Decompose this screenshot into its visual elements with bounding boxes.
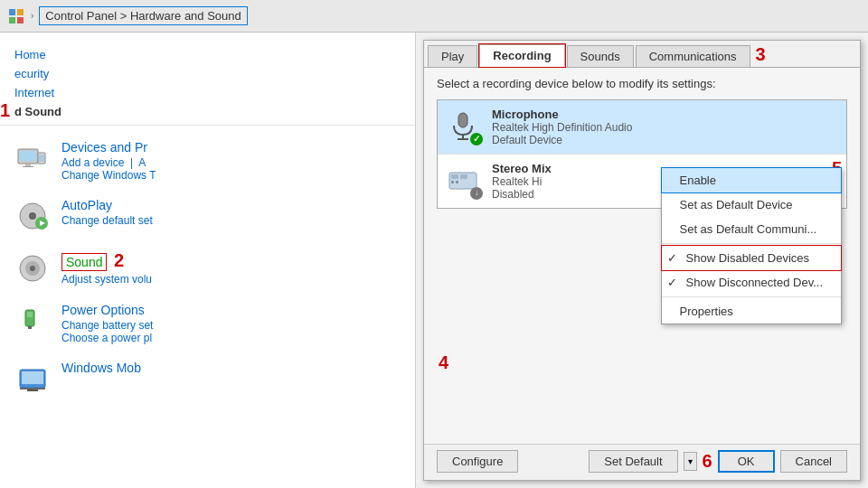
microphone-status: Default Device — [492, 134, 837, 146]
annotation-1: 1 — [0, 100, 10, 121]
tab-communications[interactable]: Communications — [636, 45, 750, 67]
top-bar: › Control Panel > Hardware and Sound — [0, 0, 868, 33]
main-layout: 1 Home ecurity Internet d Sound — [0, 33, 868, 488]
devices-links[interactable]: Add a device | A Change Windows T — [61, 156, 156, 182]
devices-title[interactable]: Devices and Pr — [61, 140, 156, 155]
microphone-info: Microphone Realtek High Definition Audio… — [492, 108, 837, 146]
microphone-icon: ✓ — [447, 109, 483, 145]
microphone-sub: Realtek High Definition Audio — [492, 121, 837, 134]
sidebar-item-internet[interactable]: Internet — [14, 83, 401, 102]
context-menu-set-default-comm[interactable]: Set as Default Communi... — [662, 217, 842, 241]
footer-left: Configure — [437, 450, 518, 473]
nav-section: Home ecurity Internet d Sound — [0, 42, 415, 126]
windows-text: Windows Mob — [61, 361, 141, 375]
power-title[interactable]: Power Options — [61, 303, 153, 317]
autoplay-links[interactable]: Change default set — [61, 214, 153, 227]
stereomix-icon: ↓ — [447, 164, 483, 200]
control-item-power: Power Options Change battery set Choose … — [14, 303, 401, 344]
svg-rect-0 — [9, 9, 15, 15]
svg-rect-6 — [25, 164, 31, 166]
tab-recording[interactable]: Recording — [479, 44, 564, 67]
sound-text: Sound 2 Adjust system volu — [61, 250, 152, 286]
control-panel-icon — [7, 7, 25, 25]
annotation-2: 2 — [114, 250, 124, 270]
svg-rect-7 — [23, 166, 33, 167]
context-menu-sep1 — [662, 243, 842, 244]
svg-rect-30 — [451, 181, 454, 183]
svg-point-11 — [29, 212, 36, 220]
control-item-windows: Windows Mob — [14, 361, 401, 397]
ok-button[interactable]: OK — [718, 450, 775, 473]
right-panel: Play Recording Sounds Communications 3 S… — [416, 33, 868, 488]
sound-icon — [14, 250, 51, 286]
svg-rect-29 — [460, 174, 467, 179]
control-item-autoplay: AutoPlay Change default set — [14, 198, 401, 234]
autoplay-text: AutoPlay Change default set — [61, 198, 153, 227]
svg-rect-2 — [9, 17, 15, 23]
sidebar-item-security[interactable]: ecurity — [14, 64, 401, 83]
tab-bar: Play Recording Sounds Communications 3 — [424, 41, 860, 68]
power-text: Power Options Change battery set Choose … — [61, 303, 153, 344]
sound-links[interactable]: Adjust system volu — [61, 273, 152, 286]
devices-icon — [14, 140, 51, 176]
power-icon — [14, 303, 51, 339]
context-menu-properties[interactable]: Properties — [662, 299, 842, 324]
svg-point-16 — [30, 266, 35, 271]
svg-rect-9 — [39, 155, 44, 162]
devices-text: Devices and Pr Add a device | A Change W… — [61, 140, 156, 182]
microphone-badge: ✓ — [470, 133, 483, 145]
context-menu-show-disabled[interactable]: Show Disabled Devices — [662, 246, 842, 270]
dialog-footer: Configure Set Default ▾ 6 OK Cancel — [424, 444, 860, 480]
sound-title[interactable]: Sound — [61, 253, 107, 271]
autoplay-icon — [14, 198, 51, 234]
windows-icon — [14, 361, 51, 397]
context-menu-enable[interactable]: Enable — [662, 168, 842, 192]
context-menu-set-default[interactable]: Set as Default Device — [662, 192, 842, 217]
left-panel: 1 Home ecurity Internet d Sound — [0, 33, 416, 488]
set-default-dropdown[interactable]: ▾ — [684, 452, 697, 471]
svg-rect-24 — [458, 113, 467, 127]
sidebar-item-sound[interactable]: d Sound — [14, 102, 401, 121]
cancel-button[interactable]: Cancel — [780, 450, 847, 473]
svg-rect-28 — [451, 174, 458, 179]
device-item-microphone[interactable]: ✓ Microphone Realtek High Definition Aud… — [438, 100, 846, 155]
svg-rect-19 — [28, 326, 32, 329]
context-menu-show-disconnected[interactable]: Show Disconnected Dev... — [662, 270, 842, 295]
dialog-content: Select a recording device below to modif… — [424, 68, 860, 444]
breadcrumb-sep1: › — [31, 11, 33, 21]
breadcrumb[interactable]: Control Panel > Hardware and Sound — [39, 6, 247, 25]
annotation-4: 4 — [439, 352, 448, 373]
tab-sounds[interactable]: Sounds — [567, 45, 634, 67]
svg-rect-5 — [20, 151, 36, 161]
dialog-description: Select a recording device below to modif… — [437, 77, 847, 90]
svg-rect-1 — [17, 9, 24, 15]
svg-rect-23 — [27, 389, 38, 391]
svg-rect-22 — [20, 388, 45, 389]
stereomix-badge: ↓ — [470, 187, 483, 200]
autoplay-title[interactable]: AutoPlay — [61, 198, 153, 212]
configure-button[interactable]: Configure — [437, 450, 518, 473]
annotation-6: 6 — [703, 451, 712, 472]
svg-rect-31 — [456, 181, 458, 183]
context-menu: Enable Set as Default Device Set as Defa… — [661, 167, 843, 324]
tab-play[interactable]: Play — [428, 45, 477, 67]
svg-rect-18 — [27, 312, 33, 317]
microphone-name: Microphone — [492, 108, 837, 121]
power-links[interactable]: Change battery set Choose a power pl — [61, 319, 153, 344]
svg-rect-3 — [17, 17, 24, 23]
footer-right: Set Default ▾ 6 OK Cancel — [589, 450, 847, 473]
control-item-devices: Devices and Pr Add a device | A Change W… — [14, 140, 401, 182]
windows-title[interactable]: Windows Mob — [61, 361, 141, 375]
sound-dialog: Play Recording Sounds Communications 3 S… — [423, 40, 861, 481]
svg-rect-21 — [22, 371, 43, 384]
set-default-button[interactable]: Set Default — [589, 450, 677, 473]
control-items: Devices and Pr Add a device | A Change W… — [0, 133, 415, 420]
context-menu-sep2 — [662, 296, 842, 297]
control-item-sound: Sound 2 Adjust system volu — [14, 250, 401, 286]
sidebar-item-home[interactable]: Home — [14, 45, 401, 64]
annotation-3: 3 — [756, 44, 766, 65]
